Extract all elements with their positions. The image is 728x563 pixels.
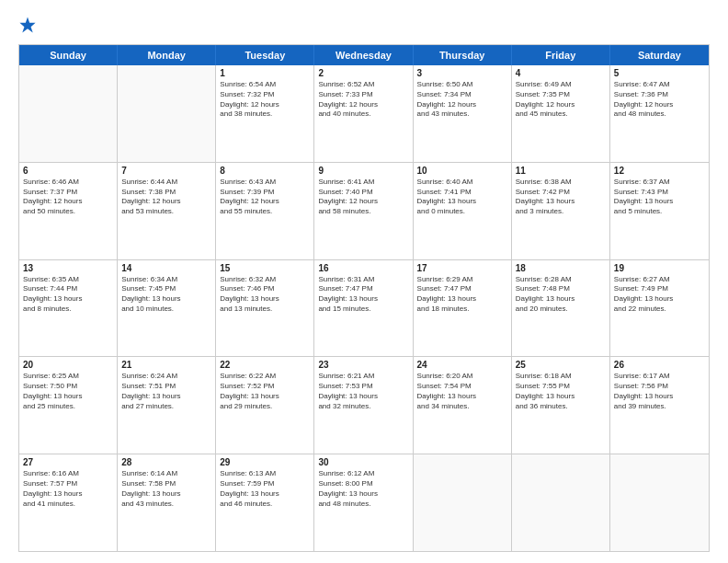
weekday-header: Tuesday [216,45,314,65]
day-number: 30 [318,457,408,467]
day-info: Sunrise: 6:18 AM Sunset: 7:55 PM Dayligh… [516,372,606,411]
day-info: Sunrise: 6:49 AM Sunset: 7:35 PM Dayligh… [516,80,606,120]
day-info: Sunrise: 6:40 AM Sunset: 7:41 PM Dayligh… [417,178,507,217]
calendar-day-cell: 30Sunrise: 6:12 AM Sunset: 8:00 PM Dayli… [314,454,413,551]
day-info: Sunrise: 6:29 AM Sunset: 7:47 PM Dayligh… [417,275,507,315]
day-number: 18 [516,263,606,273]
day-number: 23 [318,360,408,370]
day-info: Sunrise: 6:34 AM Sunset: 7:45 PM Dayligh… [121,275,211,315]
calendar-day-cell: 24Sunrise: 6:20 AM Sunset: 7:54 PM Dayli… [414,357,512,454]
weekday-header: Thursday [414,45,512,65]
calendar-row: 1Sunrise: 6:54 AM Sunset: 7:32 PM Daylig… [19,65,709,162]
day-number: 14 [121,263,211,273]
calendar-empty-cell [118,65,216,162]
day-info: Sunrise: 6:54 AM Sunset: 7:32 PM Dayligh… [220,80,310,120]
day-info: Sunrise: 6:35 AM Sunset: 7:44 PM Dayligh… [23,275,113,315]
weekday-header: Wednesday [314,45,413,65]
day-number: 17 [417,263,507,273]
day-number: 3 [417,68,507,78]
day-info: Sunrise: 6:44 AM Sunset: 7:38 PM Dayligh… [121,178,211,217]
day-info: Sunrise: 6:12 AM Sunset: 8:00 PM Dayligh… [318,469,408,509]
calendar-day-cell: 25Sunrise: 6:18 AM Sunset: 7:55 PM Dayli… [512,357,610,454]
calendar-day-cell: 18Sunrise: 6:28 AM Sunset: 7:48 PM Dayli… [512,260,610,357]
day-info: Sunrise: 6:32 AM Sunset: 7:46 PM Dayligh… [220,275,310,315]
calendar-day-cell: 4Sunrise: 6:49 AM Sunset: 7:35 PM Daylig… [512,65,610,162]
day-number: 7 [121,166,211,176]
day-info: Sunrise: 6:38 AM Sunset: 7:42 PM Dayligh… [516,178,606,217]
day-info: Sunrise: 6:14 AM Sunset: 7:58 PM Dayligh… [121,469,211,509]
logo-icon [18,15,37,35]
day-number: 9 [318,166,408,176]
calendar-row: 27Sunrise: 6:16 AM Sunset: 7:57 PM Dayli… [19,454,709,551]
calendar-day-cell: 9Sunrise: 6:41 AM Sunset: 7:40 PM Daylig… [314,163,413,259]
weekday-header: Sunday [19,45,118,65]
day-number: 27 [23,457,113,467]
calendar-empty-cell [414,454,512,551]
day-number: 13 [23,263,113,273]
calendar-day-cell: 16Sunrise: 6:31 AM Sunset: 7:47 PM Dayli… [314,260,413,357]
day-info: Sunrise: 6:47 AM Sunset: 7:36 PM Dayligh… [614,80,705,120]
day-number: 8 [220,166,310,176]
day-info: Sunrise: 6:20 AM Sunset: 7:54 PM Dayligh… [417,372,507,411]
day-number: 1 [220,68,310,78]
calendar-day-cell: 1Sunrise: 6:54 AM Sunset: 7:32 PM Daylig… [216,65,314,162]
day-info: Sunrise: 6:41 AM Sunset: 7:40 PM Dayligh… [318,178,408,217]
day-number: 4 [516,68,606,78]
calendar-day-cell: 17Sunrise: 6:29 AM Sunset: 7:47 PM Dayli… [414,260,512,357]
calendar-row: 13Sunrise: 6:35 AM Sunset: 7:44 PM Dayli… [19,259,709,357]
calendar-day-cell: 26Sunrise: 6:17 AM Sunset: 7:56 PM Dayli… [610,357,709,454]
day-number: 2 [318,68,408,78]
day-info: Sunrise: 6:24 AM Sunset: 7:51 PM Dayligh… [121,372,211,411]
calendar-day-cell: 8Sunrise: 6:43 AM Sunset: 7:39 PM Daylig… [216,163,314,259]
day-info: Sunrise: 6:21 AM Sunset: 7:53 PM Dayligh… [318,372,408,411]
day-info: Sunrise: 6:50 AM Sunset: 7:34 PM Dayligh… [417,80,507,120]
day-info: Sunrise: 6:43 AM Sunset: 7:39 PM Dayligh… [220,178,310,217]
day-number: 16 [318,263,408,273]
day-number: 19 [614,263,705,273]
calendar-day-cell: 5Sunrise: 6:47 AM Sunset: 7:36 PM Daylig… [610,65,709,162]
day-number: 10 [417,166,507,176]
svg-marker-0 [19,17,35,32]
day-info: Sunrise: 6:25 AM Sunset: 7:50 PM Dayligh… [23,372,113,411]
day-info: Sunrise: 6:27 AM Sunset: 7:49 PM Dayligh… [614,275,705,315]
calendar: SundayMondayTuesdayWednesdayThursdayFrid… [18,44,710,552]
day-info: Sunrise: 6:22 AM Sunset: 7:52 PM Dayligh… [220,372,310,411]
calendar-empty-cell [610,454,709,551]
day-number: 5 [614,68,705,78]
day-info: Sunrise: 6:17 AM Sunset: 7:56 PM Dayligh… [614,372,705,411]
day-info: Sunrise: 6:13 AM Sunset: 7:59 PM Dayligh… [220,469,310,509]
day-number: 28 [121,457,211,467]
day-number: 15 [220,263,310,273]
calendar-day-cell: 13Sunrise: 6:35 AM Sunset: 7:44 PM Dayli… [19,260,118,357]
calendar-day-cell: 28Sunrise: 6:14 AM Sunset: 7:58 PM Dayli… [118,454,216,551]
calendar-body: 1Sunrise: 6:54 AM Sunset: 7:32 PM Daylig… [19,65,709,551]
calendar-day-cell: 15Sunrise: 6:32 AM Sunset: 7:46 PM Dayli… [216,260,314,357]
calendar-empty-cell [19,65,118,162]
calendar-day-cell: 3Sunrise: 6:50 AM Sunset: 7:34 PM Daylig… [414,65,512,162]
day-number: 24 [417,360,507,370]
day-info: Sunrise: 6:37 AM Sunset: 7:43 PM Dayligh… [614,178,705,217]
page: SundayMondayTuesdayWednesdayThursdayFrid… [0,0,728,563]
day-number: 25 [516,360,606,370]
calendar-day-cell: 21Sunrise: 6:24 AM Sunset: 7:51 PM Dayli… [118,357,216,454]
day-number: 26 [614,360,705,370]
calendar-empty-cell [512,454,610,551]
day-number: 6 [23,166,113,176]
calendar-day-cell: 23Sunrise: 6:21 AM Sunset: 7:53 PM Dayli… [314,357,413,454]
day-number: 12 [614,166,705,176]
day-number: 21 [121,360,211,370]
day-info: Sunrise: 6:16 AM Sunset: 7:57 PM Dayligh… [23,469,113,509]
calendar-day-cell: 22Sunrise: 6:22 AM Sunset: 7:52 PM Dayli… [216,357,314,454]
calendar-row: 20Sunrise: 6:25 AM Sunset: 7:50 PM Dayli… [19,356,709,454]
calendar-row: 6Sunrise: 6:46 AM Sunset: 7:37 PM Daylig… [19,162,709,259]
calendar-day-cell: 10Sunrise: 6:40 AM Sunset: 7:41 PM Dayli… [414,163,512,259]
calendar-day-cell: 19Sunrise: 6:27 AM Sunset: 7:49 PM Dayli… [610,260,709,357]
day-number: 20 [23,360,113,370]
calendar-day-cell: 11Sunrise: 6:38 AM Sunset: 7:42 PM Dayli… [512,163,610,259]
weekday-header: Saturday [610,45,709,65]
weekday-header: Monday [118,45,216,65]
day-info: Sunrise: 6:31 AM Sunset: 7:47 PM Dayligh… [318,275,408,315]
calendar-day-cell: 29Sunrise: 6:13 AM Sunset: 7:59 PM Dayli… [216,454,314,551]
day-info: Sunrise: 6:28 AM Sunset: 7:48 PM Dayligh… [516,275,606,315]
header [18,15,710,35]
